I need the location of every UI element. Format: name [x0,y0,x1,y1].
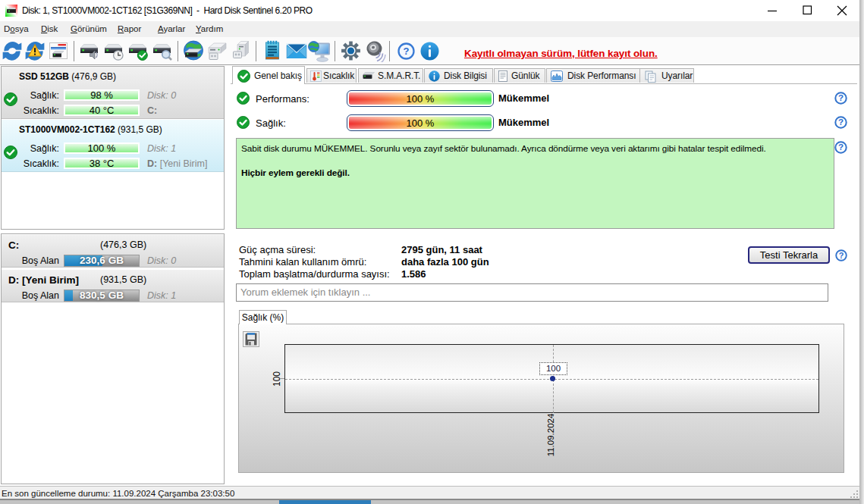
svg-text:?: ? [404,45,410,57]
